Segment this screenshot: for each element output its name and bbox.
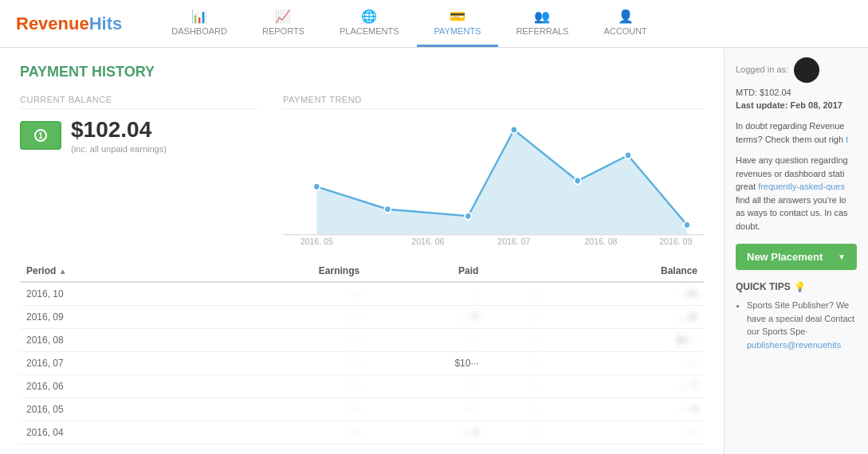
payments-table: Period ▲ Earnings Paid Balance 2016, 10 … bbox=[20, 260, 704, 444]
cell-earnings: ··· bbox=[192, 282, 366, 306]
sidebar: Logged in as: MTD: $102.04 Last update: … bbox=[725, 48, 868, 454]
balance-section: CURRENT BALANCE 1 $102.04 (inc. all unpa… bbox=[20, 95, 259, 245]
main-layout: PAYMENT HISTORY CURRENT BALANCE 1 $102.0… bbox=[0, 48, 868, 454]
logo-part2: Hits bbox=[89, 14, 123, 33]
nav-reports[interactable]: 📈 REPORTS bbox=[245, 0, 322, 47]
referrals-icon: 👥 bbox=[534, 9, 550, 24]
nav-dashboard[interactable]: 📊 DASHBOARD bbox=[154, 0, 245, 47]
cell-period: 2016, 10 bbox=[20, 282, 192, 306]
balance-value: $102.04 bbox=[71, 117, 167, 143]
col-earnings: Earnings bbox=[192, 260, 366, 282]
nav-account-label: ACCOUNT bbox=[603, 26, 646, 36]
info-text3: find all the answers you're lo as ways t… bbox=[736, 195, 848, 231]
svg-point-9 bbox=[625, 152, 631, 159]
cell-balance: ···04 bbox=[544, 282, 704, 306]
cell-balance: $6···· bbox=[544, 329, 704, 352]
mtd-label: MTD: bbox=[736, 88, 757, 97]
cell-earnings: ····· bbox=[192, 329, 366, 352]
cell-balance: ····· bbox=[544, 421, 704, 444]
dashboard-icon: 📊 bbox=[191, 9, 207, 24]
balance-amount-area: $102.04 (inc. all unpaid earnings) bbox=[71, 117, 167, 154]
new-placement-button[interactable]: New Placement ▼ bbox=[736, 244, 857, 270]
col-period[interactable]: Period ▲ bbox=[20, 260, 192, 282]
faq-link[interactable]: frequently-asked-ques bbox=[758, 182, 845, 191]
nav-payments-label: PAYMENTS bbox=[434, 26, 481, 36]
svg-point-5 bbox=[384, 205, 391, 213]
nav-account[interactable]: 👤 ACCOUNT bbox=[586, 0, 664, 47]
chart-section: PAYMENT TREND bbox=[283, 95, 704, 245]
logo-part1: Revenue bbox=[16, 14, 89, 33]
table-row: 2016, 10 ··· ·· ·· ···04 bbox=[20, 282, 704, 306]
terms-link[interactable]: t bbox=[846, 135, 848, 144]
chart-container: 2016, 05 2016, 06 2016, 07 2016, 08 2016… bbox=[283, 117, 704, 245]
cell-period: 2016, 04 bbox=[20, 421, 192, 444]
cell-balance: ·····19 bbox=[544, 306, 704, 329]
cell-col4: ·· bbox=[485, 282, 543, 306]
sidebar-mtd: MTD: $102.04 bbox=[736, 88, 857, 97]
cell-col4: ·· bbox=[485, 329, 543, 352]
balance-label: CURRENT BALANCE bbox=[20, 95, 259, 109]
cell-balance: ····· bbox=[544, 352, 704, 375]
new-placement-label: New Placement bbox=[747, 251, 823, 263]
nav-payments[interactable]: 💳 PAYMENTS bbox=[417, 0, 499, 47]
cell-earnings: ····· bbox=[192, 375, 366, 398]
page-title: PAYMENT HISTORY bbox=[20, 64, 704, 80]
table-row: 2016, 05 ····· ····· ·· ·····5 bbox=[20, 398, 704, 421]
table-row: 2016, 06 ····· ····· ·· ·····7 bbox=[20, 375, 704, 398]
cell-col4: ·· bbox=[485, 352, 543, 375]
content-top: CURRENT BALANCE 1 $102.04 (inc. all unpa… bbox=[20, 95, 704, 245]
table-row: 2016, 07 ····· $10··· ·· ····· bbox=[20, 352, 704, 375]
table-row: 2016, 04 ····· ·····2 ·· ····· bbox=[20, 421, 704, 444]
cell-paid: ·····5 bbox=[366, 306, 485, 329]
cell-paid: ····· bbox=[366, 375, 485, 398]
main-nav: 📊 DASHBOARD 📈 REPORTS 🌐 PLACEMENTS 💳 PAY… bbox=[154, 0, 665, 47]
balance-note: (inc. all unpaid earnings) bbox=[71, 144, 167, 154]
col-paid: Paid bbox=[366, 260, 485, 282]
header: RevenueHits 📊 DASHBOARD 📈 REPORTS 🌐 PLAC… bbox=[0, 0, 868, 48]
tip-item: Sports Site Publisher? We have a special… bbox=[747, 299, 857, 351]
nav-referrals-label: REFERRALS bbox=[516, 26, 568, 36]
lightbulb-icon: 💡 bbox=[794, 281, 806, 292]
balance-display: 1 $102.04 (inc. all unpaid earnings) bbox=[20, 117, 259, 154]
nav-reports-label: REPORTS bbox=[262, 26, 304, 36]
payment-trend-chart: 2016, 05 2016, 06 2016, 07 2016, 08 2016… bbox=[283, 117, 704, 245]
cell-period: 2016, 07 bbox=[20, 352, 192, 375]
cell-col4: ·· bbox=[485, 306, 543, 329]
svg-point-8 bbox=[574, 178, 580, 185]
cell-col4: ·· bbox=[485, 398, 543, 421]
svg-point-10 bbox=[684, 221, 690, 229]
cell-balance: ·····7 bbox=[544, 375, 704, 398]
cell-period: 2016, 08 bbox=[20, 329, 192, 352]
svg-point-4 bbox=[313, 183, 320, 190]
money-icon: 1 bbox=[20, 121, 61, 150]
cell-earnings: ····· bbox=[192, 352, 366, 375]
cell-paid: $10··· bbox=[366, 352, 485, 375]
mtd-value: $102.04 bbox=[760, 88, 791, 97]
payments-icon: 💳 bbox=[450, 9, 465, 24]
sidebar-last-update: Last update: Feb 08, 2017 bbox=[736, 100, 857, 110]
svg-text:1: 1 bbox=[38, 131, 43, 140]
nav-placements[interactable]: 🌐 PLACEMENTS bbox=[322, 0, 417, 47]
sidebar-info2: Have any question regarding revenues or … bbox=[736, 154, 857, 233]
nav-dashboard-label: DASHBOARD bbox=[171, 26, 227, 36]
cell-period: 2016, 05 bbox=[20, 398, 192, 421]
cell-earnings: ····· bbox=[192, 398, 366, 421]
placements-icon: 🌐 bbox=[361, 9, 377, 24]
svg-point-6 bbox=[465, 213, 471, 220]
svg-text:2016, 05: 2016, 05 bbox=[300, 237, 333, 245]
chart-label: PAYMENT TREND bbox=[283, 95, 704, 109]
svg-text:2016, 08: 2016, 08 bbox=[584, 237, 617, 245]
svg-text:2016, 06: 2016, 06 bbox=[411, 237, 444, 245]
logo: RevenueHits bbox=[16, 14, 122, 34]
sports-email-link[interactable]: publishers@revenuehits bbox=[747, 340, 841, 350]
nav-referrals[interactable]: 👥 REFERRALS bbox=[498, 0, 586, 47]
avatar bbox=[794, 57, 819, 83]
cell-earnings: ····· bbox=[192, 421, 366, 444]
sort-icon: ▲ bbox=[59, 267, 67, 276]
col-balance: Balance bbox=[544, 260, 704, 282]
table-header-row: Period ▲ Earnings Paid Balance bbox=[20, 260, 704, 282]
account-icon: 👤 bbox=[618, 9, 634, 24]
content-area: PAYMENT HISTORY CURRENT BALANCE 1 $102.0… bbox=[0, 48, 725, 454]
cell-earnings: ····· bbox=[192, 306, 366, 329]
cell-period: 2016, 09 bbox=[20, 306, 192, 329]
